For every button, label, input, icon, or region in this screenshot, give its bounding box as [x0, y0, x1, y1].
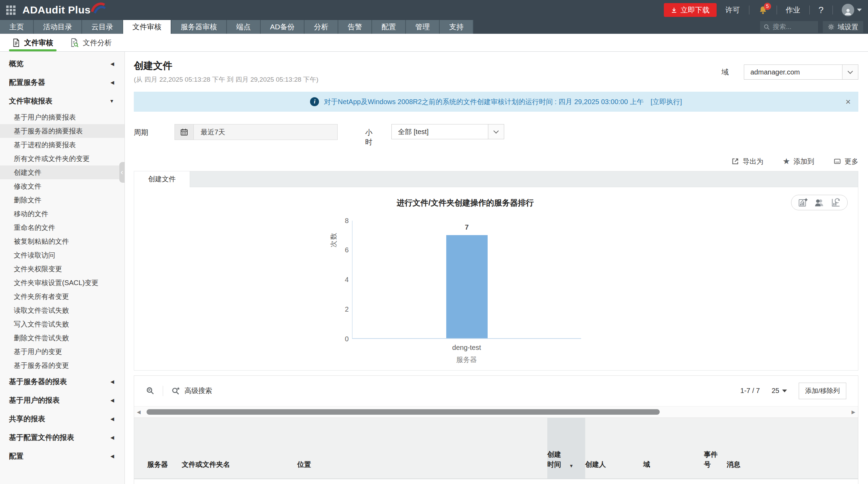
add-to-button[interactable]: ★ 添加到	[782, 157, 814, 166]
top-right-actions: 立即下载 许可 5 作业 ?	[664, 3, 862, 17]
close-icon[interactable]: ×	[846, 97, 851, 106]
nav-tab-管理[interactable]: 管理	[406, 20, 440, 34]
column-header-域[interactable]: 域	[643, 418, 704, 478]
column-header-位置[interactable]: 位置	[297, 418, 547, 478]
sidebar-item-文件读取访问[interactable]: 文件读取访问	[0, 248, 124, 262]
sidebar-item-写入文件尝试失败[interactable]: 写入文件尝试失败	[0, 317, 124, 331]
download-now-button[interactable]: 立即下载	[664, 3, 717, 17]
nav-tab-主页[interactable]: 主页	[0, 20, 34, 34]
sidebar-item-被复制粘贴的文件[interactable]: 被复制粘贴的文件	[0, 234, 124, 248]
global-search[interactable]	[760, 21, 818, 33]
domain-settings-label: 域设置	[838, 22, 858, 32]
jobs-link[interactable]: 作业	[786, 5, 800, 15]
bar-chart: 次数 86420 7	[336, 221, 582, 339]
logo-swoosh-icon	[90, 0, 106, 14]
sidebar-item-基于用户的变更[interactable]: 基于用户的变更	[0, 345, 124, 359]
sidebar-section-配置服务器[interactable]: 配置服务器◀	[0, 73, 124, 92]
period-input[interactable]	[194, 124, 338, 140]
sidebar-item-移动的文件[interactable]: 移动的文件	[0, 207, 124, 221]
notifications-button[interactable]: 5	[758, 6, 768, 15]
sidebar-item-文件夹权限变更[interactable]: 文件夹权限变更	[0, 262, 124, 276]
subtab-file-analysis[interactable]: 文件分析	[67, 34, 115, 51]
hour-select[interactable]: 全部 [test]	[391, 124, 504, 139]
sidebar-section-label: 基于服务器的报表	[9, 377, 67, 386]
column-header-事件号[interactable]: 事件号	[704, 418, 727, 478]
info-icon: i	[310, 97, 319, 106]
sidebar-item-基于服务器的变更[interactable]: 基于服务器的变更	[0, 359, 124, 372]
search-input[interactable]	[773, 23, 811, 31]
run-now-link[interactable]: [立即执行]	[650, 97, 682, 107]
users-chart-icon[interactable]	[815, 198, 824, 207]
column-header-消息[interactable]: 消息	[727, 418, 858, 478]
hour-select-value: 全部 [test]	[392, 124, 488, 139]
sidebar-item-所有文件或文件夹的变更[interactable]: 所有文件或文件夹的变更	[0, 152, 124, 165]
chevron-expanded-icon: ▼	[109, 98, 114, 104]
advanced-search-icon	[171, 386, 180, 395]
sidebar-item-基于进程的摘要报表[interactable]: 基于进程的摘要报表	[0, 138, 124, 152]
gear-icon	[828, 23, 835, 30]
license-link[interactable]: 许可	[726, 5, 740, 15]
nav-tab-AD备份[interactable]: AD备份	[261, 20, 305, 34]
avatar	[842, 4, 854, 16]
column-header-创建人[interactable]: 创建人	[585, 418, 643, 478]
main-nav-bar: 主页活动目录云目录文件审核服务器审核端点AD备份分析告警配置管理支持 域设置	[0, 20, 868, 34]
sidebar-section-配置[interactable]: 配置◀	[0, 447, 124, 465]
sidebar-item-删除文件[interactable]: 删除文件	[0, 193, 124, 207]
user-menu[interactable]	[842, 4, 862, 16]
nav-tab-云目录[interactable]: 云目录	[82, 20, 123, 34]
apps-grid-icon[interactable]	[6, 6, 16, 15]
chevron-collapsed-icon: ◀	[110, 435, 114, 440]
subtab-file-audit[interactable]: 文件审核	[9, 34, 57, 51]
page-size-value: 25	[771, 387, 779, 395]
export-button[interactable]: 导出为	[731, 157, 763, 166]
domain-select[interactable]: admanager.com	[744, 64, 858, 80]
scroll-right-icon[interactable]: ▶	[851, 409, 855, 415]
scrollbar-track[interactable]	[144, 409, 848, 415]
column-header-创建时间[interactable]: 创建时间▼	[547, 418, 585, 478]
more-button[interactable]: 更多	[834, 157, 858, 166]
scrollbar-thumb[interactable]	[147, 409, 660, 415]
app-logo[interactable]: ADAudit Plus	[22, 4, 107, 16]
nav-tab-分析[interactable]: 分析	[305, 20, 338, 34]
advanced-search-button[interactable]: 高级搜索	[171, 386, 212, 395]
sidebar-section-共享的报表[interactable]: 共享的报表◀	[0, 410, 124, 428]
column-header-服务器[interactable]: 服务器	[134, 418, 182, 478]
help-button[interactable]: ?	[819, 5, 824, 16]
scroll-left-icon[interactable]: ◀	[137, 409, 141, 415]
sidebar-item-修改文件[interactable]: 修改文件	[0, 179, 124, 193]
sidebar-section-基于服务器的报表[interactable]: 基于服务器的报表◀	[0, 372, 124, 391]
sidebar-section-基于用户的报表[interactable]: 基于用户的报表◀	[0, 391, 124, 410]
nav-tab-服务器审核[interactable]: 服务器审核	[171, 20, 227, 34]
nav-tab-文件审核[interactable]: 文件审核	[123, 20, 171, 34]
report-tab-create-file[interactable]: 创建文件	[134, 171, 190, 187]
sidebar-section-概览[interactable]: 概览◀	[0, 54, 124, 73]
nav-tab-活动目录[interactable]: 活动目录	[34, 20, 82, 34]
search-icon[interactable]	[146, 386, 154, 395]
sidebar-item-基于用户的摘要报表[interactable]: 基于用户的摘要报表	[0, 110, 124, 124]
bar-deng-test[interactable]: 7	[446, 235, 488, 338]
calendar-button[interactable]	[174, 124, 194, 140]
sidebar-item-删除文件尝试失败[interactable]: 删除文件尝试失败	[0, 331, 124, 345]
nav-tab-支持[interactable]: 支持	[440, 20, 473, 34]
sidebar-item-文件夹所有者变更[interactable]: 文件夹所有者变更	[0, 290, 124, 303]
nav-tab-端点[interactable]: 端点	[227, 20, 261, 34]
sidebar-item-基于服务器的摘要报表[interactable]: 基于服务器的摘要报表	[0, 124, 124, 138]
nav-tab-配置[interactable]: 配置	[372, 20, 406, 34]
divider	[809, 6, 810, 14]
sidebar-item-文件夹审核设置(SACL)变更[interactable]: 文件夹审核设置(SACL)变更	[0, 276, 124, 290]
column-header-文件或文件夹名[interactable]: 文件或文件夹名	[182, 418, 297, 478]
refresh-chart-icon[interactable]	[831, 198, 840, 207]
nav-tab-告警[interactable]: 告警	[338, 20, 372, 34]
sidebar-item-重命名的文件[interactable]: 重命名的文件	[0, 221, 124, 234]
add-remove-columns-button[interactable]: 添加/移除列	[799, 383, 846, 399]
sidebar-item-读取文件尝试失败[interactable]: 读取文件尝试失败	[0, 303, 124, 317]
domain-settings-button[interactable]: 域设置	[823, 21, 863, 33]
filter-row: 周期 小时 全部 [test]	[134, 124, 858, 147]
sidebar-item-创建文件[interactable]: 创建文件‹	[0, 165, 124, 179]
content-body: 概览◀配置服务器◀文件审核报表▼基于用户的摘要报表基于服务器的摘要报表基于进程的…	[0, 52, 868, 484]
add-chart-icon[interactable]	[798, 198, 808, 207]
period-label: 周期	[134, 124, 148, 137]
sidebar-section-文件审核报表[interactable]: 文件审核报表▼	[0, 92, 124, 110]
sidebar-section-基于配置文件的报表[interactable]: 基于配置文件的报表◀	[0, 428, 124, 447]
page-size-select[interactable]: 25	[771, 387, 787, 395]
